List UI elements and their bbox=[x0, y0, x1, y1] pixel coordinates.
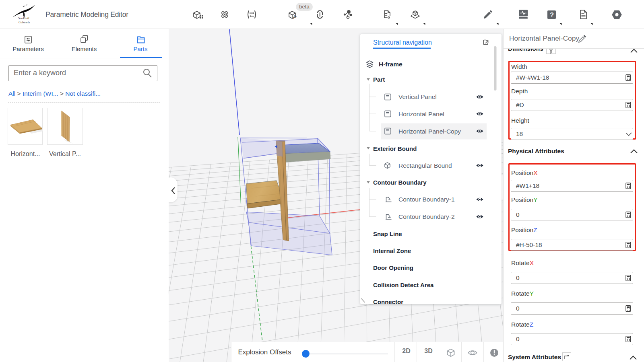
svg-text:Contour Boundary-2: Contour Boundary-2 bbox=[398, 213, 455, 220]
svg-text:H-frame: H-frame bbox=[379, 61, 402, 68]
svg-text:Part: Part bbox=[373, 76, 385, 83]
svg-text:Structural navigation: Structural navigation bbox=[373, 39, 432, 46]
svg-text:Exterior Bound: Exterior Bound bbox=[373, 145, 417, 152]
svg-text:Snap Line: Snap Line bbox=[373, 230, 402, 237]
svg-text:Internal Zone: Internal Zone bbox=[373, 247, 411, 254]
svg-text:Horizontal Panel-Copy: Horizontal Panel-Copy bbox=[398, 128, 461, 135]
svg-text:Contour Boundary-1: Contour Boundary-1 bbox=[398, 196, 455, 203]
svg-text:Collision Detect Area: Collision Detect Area bbox=[373, 282, 434, 288]
svg-text:Horizontal Panel: Horizontal Panel bbox=[398, 111, 444, 117]
svg-text:Contour Boundary: Contour Boundary bbox=[373, 179, 427, 186]
svg-text:Connector: Connector bbox=[373, 298, 403, 304]
svg-text:fx: fx bbox=[293, 14, 297, 19]
svg-text:Door Opening: Door Opening bbox=[373, 264, 413, 271]
svg-text:Rectangular Bound: Rectangular Bound bbox=[398, 162, 452, 169]
svg-text:Vertical Panel: Vertical Panel bbox=[398, 93, 437, 100]
